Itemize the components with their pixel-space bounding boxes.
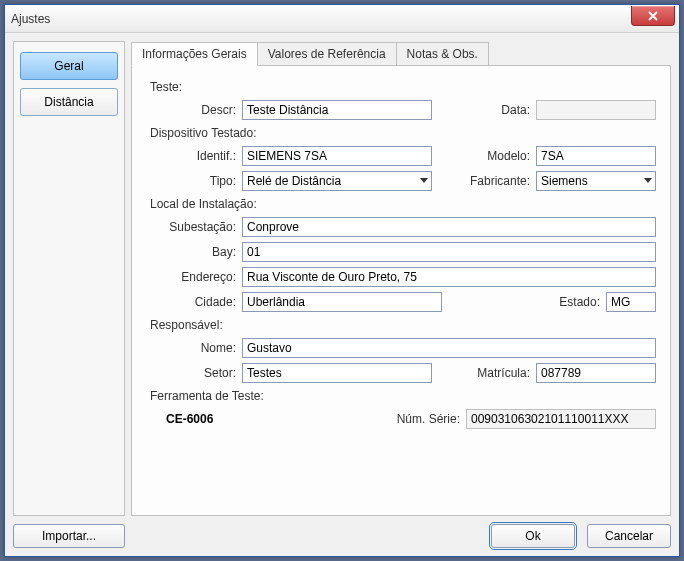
import-area: Importar... <box>13 524 125 548</box>
select-fabricante[interactable] <box>536 171 656 191</box>
tab-area: Teste: Descr: Data: Dispositivo Testado: <box>131 65 671 516</box>
label-modelo: Modelo: <box>466 149 536 163</box>
sidebar-btn-geral[interactable]: Geral <box>20 52 118 80</box>
input-identif[interactable] <box>242 146 432 166</box>
dialog-body: Geral Distância Importar... Informações … <box>5 33 679 556</box>
input-modelo[interactable] <box>536 146 656 166</box>
section-teste: Teste: Descr: Data: <box>146 80 656 120</box>
import-button[interactable]: Importar... <box>13 524 125 548</box>
tab-content: Teste: Descr: Data: Dispositivo Testado: <box>132 65 670 491</box>
ok-button[interactable]: Ok <box>491 524 575 548</box>
input-subestacao[interactable] <box>242 217 656 237</box>
tab-strip: Informações Gerais Valores de Referência… <box>131 41 671 65</box>
tool-name: CE-6006 <box>158 412 213 426</box>
tab-informacoes-gerais[interactable]: Informações Gerais <box>131 42 258 66</box>
label-tipo: Tipo: <box>166 174 242 188</box>
label-estado: Estado: <box>550 295 606 309</box>
input-descr[interactable] <box>242 100 432 120</box>
label-subestacao: Subestação: <box>166 220 242 234</box>
input-num-serie <box>466 409 656 429</box>
label-setor: Setor: <box>166 366 242 380</box>
window-title: Ajustes <box>11 12 50 26</box>
sidebar-btn-distancia[interactable]: Distância <box>20 88 118 116</box>
label-nome: Nome: <box>166 341 242 355</box>
label-cidade: Cidade: <box>166 295 242 309</box>
sidebar-panel: Geral Distância <box>13 41 125 516</box>
input-cidade[interactable] <box>242 292 442 312</box>
section-title-teste: Teste: <box>150 80 656 94</box>
input-setor[interactable] <box>242 363 432 383</box>
input-nome[interactable] <box>242 338 656 358</box>
section-title-dispositivo: Dispositivo Testado: <box>150 126 656 140</box>
close-button[interactable] <box>631 6 675 26</box>
input-estado[interactable] <box>606 292 656 312</box>
section-dispositivo: Dispositivo Testado: Identif.: Modelo: T… <box>146 126 656 191</box>
label-bay: Bay: <box>166 245 242 259</box>
section-title-local: Local de Instalação: <box>150 197 656 211</box>
section-title-ferramenta: Ferramenta de Teste: <box>150 389 656 403</box>
close-icon <box>648 11 658 21</box>
dialog-footer: Ok Cancelar <box>131 524 671 548</box>
input-matricula[interactable] <box>536 363 656 383</box>
select-tipo[interactable] <box>242 171 432 191</box>
input-data <box>536 100 656 120</box>
section-local: Local de Instalação: Subestação: Bay: En… <box>146 197 656 312</box>
label-identif: Identif.: <box>166 149 242 163</box>
tab-notas-obs[interactable]: Notas & Obs. <box>396 42 489 66</box>
left-column: Geral Distância Importar... <box>13 41 125 548</box>
label-descr: Descr: <box>166 103 242 117</box>
label-fabricante: Fabricante: <box>466 174 536 188</box>
cancel-button[interactable]: Cancelar <box>587 524 671 548</box>
tab-valores-referencia[interactable]: Valores de Referência <box>257 42 397 66</box>
label-data: Data: <box>476 103 536 117</box>
dialog-window: Ajustes Geral Distância Importar... Info… <box>4 4 680 557</box>
title-bar: Ajustes <box>5 5 679 33</box>
section-responsavel: Responsável: Nome: Setor: Matrícula: <box>146 318 656 383</box>
label-endereco: Endereço: <box>166 270 242 284</box>
right-column: Informações Gerais Valores de Referência… <box>131 41 671 548</box>
input-endereco[interactable] <box>242 267 656 287</box>
section-ferramenta: Ferramenta de Teste: CE-6006 Núm. Série: <box>146 389 656 429</box>
label-num-serie: Núm. Série: <box>390 412 466 426</box>
input-bay[interactable] <box>242 242 656 262</box>
section-title-responsavel: Responsável: <box>150 318 656 332</box>
label-matricula: Matrícula: <box>472 366 536 380</box>
